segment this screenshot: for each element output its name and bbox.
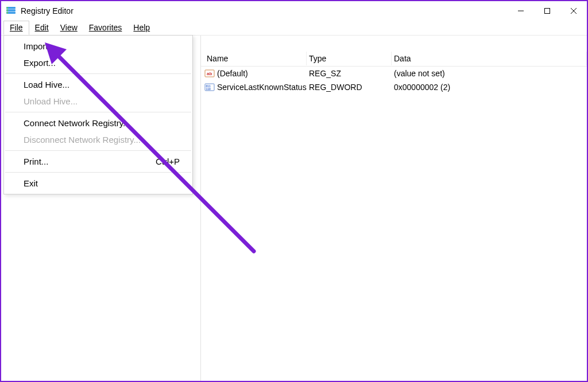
window-controls (508, 1, 587, 21)
menu-item-import[interactable]: Import... (4, 38, 192, 54)
menu-item-unload-hive: Unload Hive... (4, 93, 192, 110)
title-bar: Registry Editor (1, 1, 587, 21)
header-type[interactable]: Type (307, 52, 392, 65)
svg-text:110: 110 (206, 87, 211, 91)
app-icon (6, 6, 16, 16)
cell-name: (Default) (217, 69, 248, 78)
svg-rect-7 (545, 9, 550, 14)
close-button[interactable] (560, 1, 587, 21)
menu-separator (5, 150, 191, 151)
menu-favorites[interactable]: Favorites (83, 21, 128, 34)
cell-data: 0x00000002 (2) (392, 83, 587, 92)
menu-help[interactable]: Help (127, 21, 156, 34)
menu-item-connect-network[interactable]: Connect Network Registry... (4, 115, 192, 131)
svg-text:ab: ab (207, 71, 212, 76)
menu-item-exit[interactable]: Exit (4, 175, 192, 192)
menu-separator (5, 112, 191, 112)
menu-separator (5, 172, 191, 173)
svg-rect-4 (7, 10, 9, 11)
header-data[interactable]: Data (392, 52, 587, 65)
menu-file[interactable]: File (3, 21, 29, 35)
file-menu-dropdown: Import... Export... Load Hive... Unload … (3, 35, 193, 194)
svg-rect-3 (7, 7, 9, 9)
header-name[interactable]: Name (204, 52, 307, 65)
cell-type: REG_SZ (307, 69, 392, 78)
menu-view[interactable]: View (55, 21, 83, 34)
svg-rect-5 (7, 12, 9, 14)
menu-item-disconnect-network: Disconnect Network Registry... (4, 131, 192, 148)
menu-item-print[interactable]: Print... Ctrl+P (4, 153, 192, 170)
maximize-button[interactable] (534, 1, 560, 21)
window-title: Registry Editor (21, 6, 74, 15)
menu-separator (5, 73, 191, 74)
minimize-button[interactable] (508, 1, 534, 21)
list-row[interactable]: ab (Default) REG_SZ (value not set) (201, 67, 587, 80)
list-row[interactable]: 011 110 ServiceLastKnownStatus REG_DWORD… (201, 80, 587, 94)
list-headers: Name Type Data (201, 50, 587, 67)
reg-binary-icon: 011 110 (204, 82, 215, 92)
reg-string-icon: ab (204, 68, 215, 79)
menu-edit[interactable]: Edit (29, 21, 55, 34)
shortcut-label: Ctrl+P (156, 157, 180, 166)
cell-type: REG_DWORD (307, 83, 392, 92)
menu-bar: File Edit View Favorites Help (1, 21, 587, 36)
cell-name: ServiceLastKnownStatus (217, 83, 307, 92)
list-pane: Name Type Data ab (Default) REG_SZ (valu… (201, 36, 587, 381)
menu-item-export[interactable]: Export... (4, 54, 192, 71)
menu-item-load-hive[interactable]: Load Hive... (4, 76, 192, 93)
cell-data: (value not set) (392, 69, 587, 78)
